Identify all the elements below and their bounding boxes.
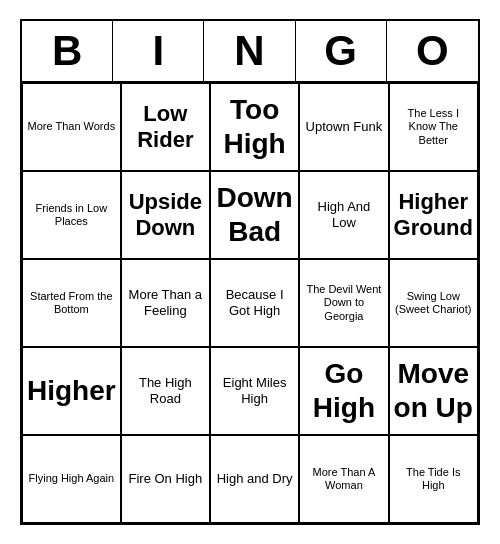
bingo-cell[interactable]: Higher Ground xyxy=(389,171,478,259)
bingo-cell[interactable]: High And Low xyxy=(299,171,388,259)
header-letter: I xyxy=(113,21,204,81)
cell-text: Low Rider xyxy=(126,101,205,154)
bingo-cell[interactable]: Move on Up xyxy=(389,347,478,435)
bingo-cell[interactable]: More Than Words xyxy=(22,83,121,171)
cell-text: Go High xyxy=(304,357,383,424)
bingo-cell[interactable]: The High Road xyxy=(121,347,210,435)
bingo-cell[interactable]: Swing Low (Sweet Chariot) xyxy=(389,259,478,347)
cell-text: Swing Low (Sweet Chariot) xyxy=(394,290,473,316)
bingo-cell[interactable]: Low Rider xyxy=(121,83,210,171)
cell-text: Higher xyxy=(27,374,116,408)
bingo-cell[interactable]: More Than a Feeling xyxy=(121,259,210,347)
cell-text: Friends in Low Places xyxy=(27,202,116,228)
cell-text: More Than A Woman xyxy=(304,466,383,492)
cell-text: More Than Words xyxy=(27,120,116,133)
cell-text: The Devil Went Down to Georgia xyxy=(304,283,383,323)
bingo-cell[interactable]: The Tide Is High xyxy=(389,435,478,523)
cell-text: Upside Down xyxy=(126,189,205,242)
header-letter: N xyxy=(204,21,295,81)
bingo-cell[interactable]: Friends in Low Places xyxy=(22,171,121,259)
bingo-cell[interactable]: Too High xyxy=(210,83,299,171)
header-letter: O xyxy=(387,21,478,81)
bingo-cell[interactable]: Down Bad xyxy=(210,171,299,259)
cell-text: Because I Got High xyxy=(215,287,294,318)
bingo-grid: More Than WordsLow RiderToo HighUptown F… xyxy=(22,83,478,523)
cell-text: Fire On High xyxy=(126,471,205,487)
bingo-cell[interactable]: Fire On High xyxy=(121,435,210,523)
cell-text: Too High xyxy=(215,93,294,160)
cell-text: Flying High Again xyxy=(27,472,116,485)
header-letter: G xyxy=(296,21,387,81)
bingo-cell[interactable]: Started From the Bottom xyxy=(22,259,121,347)
cell-text: The Less I Know The Better xyxy=(394,107,473,147)
bingo-cell[interactable]: The Less I Know The Better xyxy=(389,83,478,171)
bingo-cell[interactable]: Higher xyxy=(22,347,121,435)
bingo-cell[interactable]: Upside Down xyxy=(121,171,210,259)
cell-text: Higher Ground xyxy=(394,189,473,242)
cell-text: More Than a Feeling xyxy=(126,287,205,318)
cell-text: Uptown Funk xyxy=(304,119,383,135)
bingo-cell[interactable]: Go High xyxy=(299,347,388,435)
cell-text: The High Road xyxy=(126,375,205,406)
bingo-cell[interactable]: High and Dry xyxy=(210,435,299,523)
cell-text: High And Low xyxy=(304,199,383,230)
cell-text: Eight Miles High xyxy=(215,375,294,406)
bingo-card: BINGO More Than WordsLow RiderToo HighUp… xyxy=(20,19,480,525)
bingo-cell[interactable]: Flying High Again xyxy=(22,435,121,523)
header-letter: B xyxy=(22,21,113,81)
bingo-cell[interactable]: The Devil Went Down to Georgia xyxy=(299,259,388,347)
bingo-cell[interactable]: More Than A Woman xyxy=(299,435,388,523)
cell-text: The Tide Is High xyxy=(394,466,473,492)
cell-text: High and Dry xyxy=(215,471,294,487)
cell-text: Move on Up xyxy=(394,357,473,424)
bingo-cell[interactable]: Because I Got High xyxy=(210,259,299,347)
bingo-cell[interactable]: Eight Miles High xyxy=(210,347,299,435)
bingo-cell[interactable]: Uptown Funk xyxy=(299,83,388,171)
cell-text: Down Bad xyxy=(215,181,294,248)
bingo-header: BINGO xyxy=(22,21,478,83)
cell-text: Started From the Bottom xyxy=(27,290,116,316)
